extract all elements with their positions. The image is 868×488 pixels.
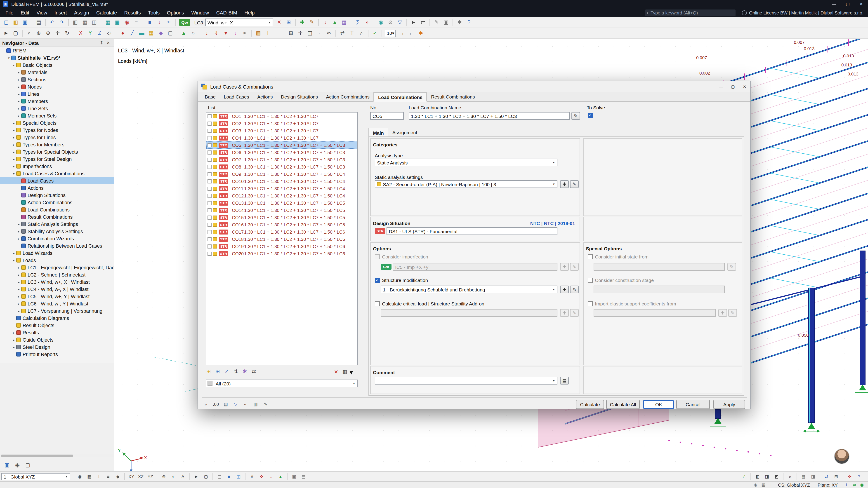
mini-axes-icon[interactable]: ✛	[845, 472, 854, 481]
screenshot-tool-icon[interactable]: ▤	[299, 472, 308, 481]
combination-row[interactable]: STR CO17 1.30 * LC1 + 1.30 * LC2 + 1.30 …	[206, 228, 357, 235]
tree-expand-icon[interactable]: ▸	[16, 273, 21, 277]
divide-line-icon[interactable]: ÷	[315, 29, 324, 37]
combination-row[interactable]: STR CO7 1.30 * LC1 + 1.30 * LC2 + 1.30 *…	[206, 156, 357, 163]
tree-expand-icon[interactable]: ▸	[16, 106, 21, 110]
polar-coords-icon[interactable]: ◐	[169, 472, 178, 481]
combination-row[interactable]: STR CO20 1.30 * LC1 + 1.30 * LC2 + 1.30 …	[206, 250, 357, 257]
tab-design-situations[interactable]: Design Situations	[277, 92, 322, 101]
chevron-down-icon[interactable]	[349, 368, 353, 377]
redo-icon[interactable]: ↷	[57, 18, 66, 27]
menu-insert[interactable]: Insert	[51, 10, 70, 15]
load-values-icon[interactable]: ↓	[321, 18, 330, 27]
construction-stage-checkbox[interactable]	[588, 278, 593, 283]
structure-modification-checkbox[interactable]	[375, 278, 380, 283]
transparent-mode-icon[interactable]: ◫	[234, 472, 243, 481]
tab-main[interactable]: Main	[368, 128, 388, 137]
tree-expand-icon[interactable]: ▸	[16, 309, 21, 313]
tree-expand-icon[interactable]: ▸	[16, 77, 21, 82]
tree-expand-icon[interactable]: ▸	[11, 345, 16, 349]
critical-load-checkbox[interactable]	[375, 301, 380, 306]
tree-item[interactable]: Action Combinations	[0, 199, 114, 206]
tree-item[interactable]: ▸ Types for Nodes	[0, 127, 114, 134]
show-supports-toggle-icon[interactable]: ▲	[276, 472, 285, 481]
dialog-filter-icon[interactable]: ▽	[231, 400, 240, 409]
new-stability-button[interactable]: ✚	[560, 309, 569, 317]
import-elastic-button2[interactable]: ✎	[728, 309, 737, 317]
initial-state-button[interactable]: ✎	[727, 263, 736, 271]
copy-load-icon[interactable]: ⊞	[284, 18, 293, 27]
grid-icon[interactable]: ▦	[103, 18, 112, 27]
favorites-icon[interactable]: ⌕	[202, 400, 210, 409]
tree-item[interactable]: ▸ Special Objects	[0, 119, 114, 127]
save-icon[interactable]: ▣	[21, 18, 29, 27]
combination-row[interactable]: STR CO4 1.30 * LC1 + 1.30 * LC2 + 1.30 *…	[206, 134, 357, 141]
combination-checkbox[interactable]	[208, 121, 212, 125]
guidelines-icon[interactable]: ≡	[132, 18, 141, 27]
tree-item[interactable]: Design Situations	[0, 192, 114, 199]
menu-calculate[interactable]: Calculate	[93, 10, 121, 15]
grid-toggle-icon[interactable]: ▦	[85, 472, 94, 481]
load-case-quick-badge[interactable]: Qw	[179, 19, 190, 26]
initial-state-checkbox[interactable]	[588, 254, 593, 259]
tree-expand-icon[interactable]: ▸	[16, 92, 21, 96]
edit-name-button[interactable]: ✎	[571, 112, 580, 120]
imperfection-case-field[interactable]: IC5 - Imp +X +y	[393, 263, 557, 271]
undo-icon[interactable]: ↶	[48, 18, 57, 27]
menu-view[interactable]: View	[33, 10, 51, 15]
combination-checkbox[interactable]	[208, 215, 212, 219]
clipping-icon[interactable]: ⊘	[386, 18, 395, 27]
zoom-in-icon[interactable]: ⊕	[34, 29, 43, 37]
consider-imperfection-checkbox[interactable]	[375, 254, 380, 259]
settings-icon[interactable]: ✱	[455, 18, 464, 27]
grid-indicator-icon[interactable]: ▦	[760, 482, 767, 488]
move-object-icon[interactable]: ✛	[296, 29, 305, 37]
combination-checkbox[interactable]	[208, 165, 212, 169]
navigator-horizontal-scrollbar[interactable]	[0, 454, 114, 457]
ortho-toggle-icon[interactable]: ⊥	[94, 472, 103, 481]
close-button[interactable]	[855, 0, 868, 8]
tree-expand-icon[interactable]: ▾	[6, 56, 11, 60]
tree-expand-icon[interactable]: ▸	[16, 265, 21, 269]
select-all-icon[interactable]: ✓	[223, 368, 230, 376]
section-icon[interactable]: Ι	[264, 29, 272, 37]
combination-row[interactable]: STR CO9 1.30 * LC1 + 1.30 * LC2 + 1.30 *…	[206, 170, 357, 177]
dialog-minimize-button[interactable]	[715, 83, 727, 91]
snap-toggle-icon[interactable]: ◉	[75, 472, 84, 481]
combination-checkbox[interactable]	[208, 237, 212, 241]
add-combination-icon[interactable]: ⊞	[205, 368, 213, 376]
tree-item[interactable]: ▸ Member Sets	[0, 112, 114, 119]
menu-assign[interactable]: Assign	[70, 10, 93, 15]
results-icon[interactable]: ◐	[363, 18, 372, 27]
tree-expand-icon[interactable]: ▸	[11, 150, 16, 154]
show-results-icon[interactable]: ≈	[164, 18, 173, 27]
tree-item[interactable]: ▸ Members	[0, 98, 114, 105]
structure-modification-combo[interactable]: 1 - Berücksichtigung Schubfeld und Drehb…	[381, 286, 557, 293]
new-opening-icon[interactable]: ▢	[166, 29, 175, 37]
zoom-out-icon[interactable]: ⊖	[44, 29, 53, 37]
isometric-view-icon[interactable]: ◇	[105, 29, 114, 37]
tree-item[interactable]: Load Combinations	[0, 206, 114, 213]
list-filter-combo[interactable]: All (20)	[206, 380, 358, 387]
new-node-icon[interactable]: ●	[119, 29, 127, 37]
member-load-icon[interactable]: ⇓	[212, 29, 221, 37]
tree-item[interactable]: ▸ Types for Members	[0, 141, 114, 148]
edit-imperfection-button[interactable]: ✎	[570, 263, 579, 271]
new-imperfection-button[interactable]: ✚	[560, 263, 569, 271]
tree-item[interactable]: ▸ Guide Objects	[0, 336, 114, 344]
tree-item[interactable]: ▸ Results	[0, 329, 114, 336]
tree-item[interactable]: ▸ LC5 - Wind, w+, Y | Windlast	[0, 293, 114, 300]
tree-item[interactable]: ▸ LC2 - Schnee | Schneelast	[0, 271, 114, 278]
tree-item[interactable]: ▾ Load Cases & Combinations	[0, 170, 114, 177]
tree-item[interactable]: ▸ Steel Design	[0, 344, 114, 351]
tree-item[interactable]: Load Cases	[0, 177, 114, 184]
zoom-extent-icon[interactable]: ⌕	[786, 472, 794, 481]
ortho-indicator-icon[interactable]: ⊥	[768, 482, 774, 488]
combination-checkbox[interactable]	[208, 150, 212, 154]
menu-file[interactable]: File	[2, 10, 17, 15]
tree-expand-icon[interactable]: ▸	[16, 302, 21, 306]
tab-load-cases[interactable]: Load Cases	[220, 92, 253, 101]
open-file-icon[interactable]: ◧	[11, 18, 20, 27]
tree-item[interactable]: ▸ LC7 - Vorspannung | Vorspannung	[0, 307, 114, 315]
tree-expand-icon[interactable]: ▸	[11, 251, 16, 255]
